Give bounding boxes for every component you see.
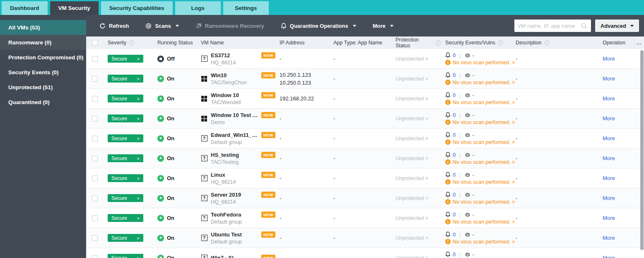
quarantine-operations-dropdown[interactable]: Quarantine Operations [281,23,356,29]
scan-warning-link[interactable]: !No virus scan performed. > [445,179,515,185]
tab-settings[interactable]: Settings [223,1,269,15]
row-checkbox[interactable] [92,56,98,62]
row-select-cell [86,49,104,68]
protection-status-link[interactable]: Unprotected > [396,175,428,181]
tab-security-capabilities[interactable]: Security Capabilities [101,1,173,15]
scan-warning-link[interactable]: !No virus scan performed. > [445,100,515,105]
column-header-ip-address: IP Address [275,37,329,49]
alert-count[interactable]: 0 [453,212,456,218]
more-button[interactable]: More [603,115,615,122]
alert-count[interactable]: 0 [453,92,456,98]
scans-dropdown[interactable]: Scans [145,23,178,29]
row-checkbox[interactable] [92,255,98,258]
severity-badge[interactable]: Secure> [108,214,143,222]
severity-badge[interactable]: Secure> [108,95,143,102]
severity-badge[interactable]: Secure> [108,174,143,182]
more-button[interactable]: More [603,135,615,141]
severity-badge[interactable]: Secure> [108,134,143,142]
refresh-button[interactable]: Refresh [99,23,129,29]
select-all-checkbox[interactable] [92,40,98,46]
more-button[interactable]: More [603,235,615,241]
security-events-cell: 0|-!No virus scan performed. > [441,129,511,148]
row-select-cell [86,228,104,248]
alert-count[interactable]: 0 [453,52,456,58]
more-button[interactable]: More [603,255,615,258]
protection-status-link[interactable]: Unprotected > [396,76,428,82]
scan-warning-link[interactable]: !No virus scan performed. > [445,60,515,66]
scrollbar-thumb[interactable] [640,50,644,250]
row-checkbox[interactable] [92,175,98,181]
alert-count[interactable]: 0 [453,231,456,238]
search-icon[interactable] [581,22,588,29]
search-input[interactable] [518,23,581,29]
protection-status-link[interactable]: Unprotected > [396,215,428,221]
protection-status-link[interactable]: Unprotected > [396,116,428,122]
protection-status-link[interactable]: Unprotected > [396,195,428,201]
sidebar-item-unprotected[interactable]: Unprotected (51) [0,80,86,95]
security-events-cell: 0|-!No virus scan performed. > [441,208,511,228]
severity-badge[interactable]: Secure> [108,114,143,122]
sidebar-item-security-events[interactable]: Security Events (0) [0,65,86,80]
row-checkbox[interactable] [92,156,98,161]
tab-dashboard[interactable]: Dashboard [2,1,48,15]
scan-warning-link[interactable]: !No virus scan performed. > [445,219,515,225]
tab-vm-security[interactable]: VM Security [50,1,99,15]
sidebar-item-all-vms[interactable]: All VMs (53) [0,20,86,35]
alert-count[interactable]: 0 [453,251,456,258]
more-dropdown[interactable]: More [373,23,393,29]
row-checkbox[interactable] [92,235,98,241]
alert-count[interactable]: 0 [453,172,456,178]
severity-badge[interactable]: Secure> [108,234,143,242]
new-badge: NEW [261,132,275,138]
scan-warning-text: No virus scan performed. > [453,239,515,245]
scan-warning-link[interactable]: !No virus scan performed. > [445,159,515,165]
protection-status-link[interactable]: Unprotected > [396,56,428,62]
alert-count[interactable]: 0 [453,192,456,198]
more-button[interactable]: More [603,175,615,181]
alarm-bell-icon [445,231,451,237]
scan-warning-link[interactable]: !No virus scan performed. > [445,239,515,245]
more-button[interactable]: More [603,56,615,62]
more-button[interactable]: More [603,155,615,161]
more-button[interactable]: More [603,95,615,102]
severity-badge[interactable]: Secure> [108,194,143,202]
scan-warning-link[interactable]: !No virus scan performed. > [445,119,515,125]
alert-count[interactable]: 0 [453,72,456,78]
sidebar-item-quarantined[interactable]: Quarantined (0) [0,95,86,110]
ransomware-recovery-button[interactable]: Ransomware Recovery [195,23,264,29]
protection-status-link[interactable]: Unprotected > [396,255,428,258]
scan-warning-link[interactable]: !No virus scan performed. > [445,80,515,85]
vulns-value: - [473,92,474,98]
row-checkbox[interactable] [92,215,98,221]
alert-count[interactable]: 0 [453,152,456,158]
sidebar-item-ransomware[interactable]: Ransomware (0) [0,35,86,50]
column-settings-button[interactable]: ... [634,37,644,49]
protection-status-link[interactable]: Unprotected > [396,136,428,141]
new-badge: NEW [261,172,275,178]
row-checkbox[interactable] [92,76,98,82]
row-checkbox[interactable] [92,116,98,122]
scan-warning-link[interactable]: !No virus scan performed. > [445,139,515,145]
tab-logs[interactable]: Logs [175,1,221,15]
protection-status-link[interactable]: Unprotected > [396,156,428,161]
row-checkbox[interactable] [92,136,98,141]
protection-status-link[interactable]: Unprotected > [396,235,428,241]
protection-status-link[interactable]: Unprotected > [396,96,428,102]
events-summary: 0|- [445,251,474,258]
severity-badge[interactable]: Secure> [108,75,143,83]
more-button[interactable]: More [603,75,615,82]
sidebar-item-protection-compromised[interactable]: Protection Compromised (0) [0,50,86,65]
severity-badge[interactable]: Secure> [108,154,143,162]
scan-warning-link[interactable]: !No virus scan performed. > [445,199,515,205]
table-header-row: SeverityiRunning StatusVM NameIP Address… [86,37,644,49]
severity-badge[interactable]: Secure> [108,254,143,258]
alert-count[interactable]: 0 [453,132,456,138]
more-button[interactable]: More [603,215,615,221]
alert-count[interactable]: 0 [453,112,456,118]
severity-badge[interactable]: Secure> [108,55,143,63]
row-checkbox[interactable] [92,195,98,201]
more-button[interactable]: More [603,195,615,201]
severity-cell: Secure> [104,148,153,168]
row-checkbox[interactable] [92,96,98,102]
advanced-search-button[interactable]: Advanced [595,19,639,32]
